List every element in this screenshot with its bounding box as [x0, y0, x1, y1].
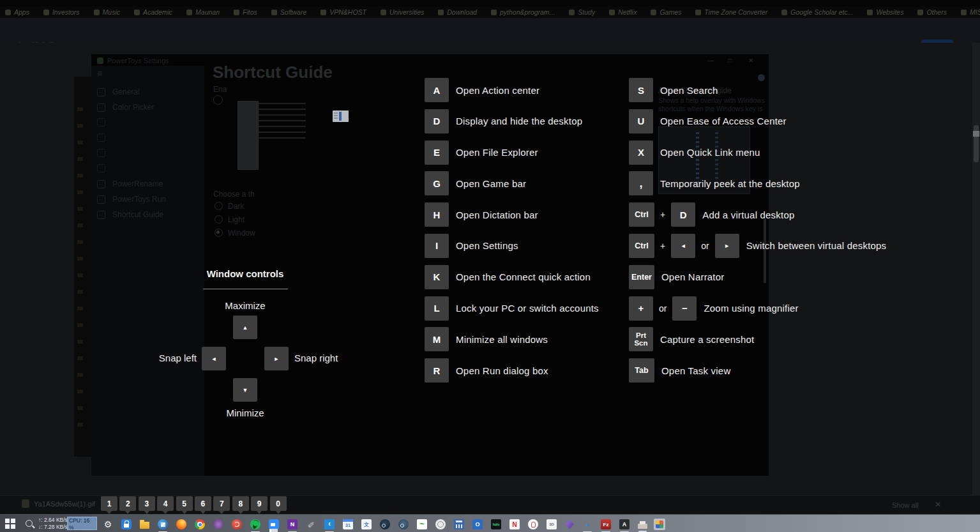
minimize-window-icon[interactable]: —: [707, 57, 714, 64]
emblem-app-icon[interactable]: [435, 519, 446, 529]
hulu-icon[interactable]: [491, 519, 501, 529]
zoom-icon[interactable]: [269, 519, 279, 529]
bookmark-item[interactable]: Others: [917, 8, 947, 16]
acrobat-icon[interactable]: [619, 519, 629, 529]
favicon: [438, 10, 444, 15]
bookmark-item[interactable]: Apps: [5, 8, 29, 16]
spotify-icon[interactable]: [250, 519, 260, 529]
downloaded-file-chip[interactable]: Ya1ASdw55w(1).gif ∨: [22, 499, 109, 508]
down-arrow-key: ▼: [233, 378, 257, 402]
onenote-icon[interactable]: [287, 519, 298, 529]
sidebar-icon[interactable]: [97, 133, 105, 142]
sidebar-icon[interactable]: [97, 164, 105, 172]
show-all-downloads-link[interactable]: Show all: [892, 501, 919, 509]
cpu-mem-monitor[interactable]: CPU: 16 %MEM: 51 %: [67, 517, 97, 530]
bookmark-item[interactable]: Time Zone Converter: [695, 8, 767, 16]
radio-dark[interactable]: [215, 202, 223, 210]
active-app-highlight[interactable]: [654, 519, 665, 530]
network-speed-indicator[interactable]: ↑: 2.64 KB/s↓: 7.28 KB/s: [38, 517, 68, 531]
powerrename-icon: [97, 180, 105, 188]
firefox-icon[interactable]: [176, 519, 186, 529]
netflix-icon[interactable]: [509, 519, 520, 529]
start-button[interactable]: [5, 519, 15, 529]
bookmark-item[interactable]: Music: [94, 8, 120, 16]
sidebar-item-powerrename[interactable]: PowerRename: [97, 179, 163, 188]
bookmark-item[interactable]: VPN&HOST: [320, 8, 366, 16]
microsoft-store-icon[interactable]: [121, 519, 132, 529]
chrome-icon[interactable]: [195, 519, 205, 529]
sidebar-item-color-picker[interactable]: Color Picker: [97, 103, 154, 112]
radio-windows[interactable]: [215, 229, 223, 237]
hamburger-icon[interactable]: ≡: [97, 68, 102, 79]
bookmark-item[interactable]: Universities: [381, 8, 424, 16]
calendar-icon[interactable]: [343, 519, 353, 529]
key-h: H: [425, 202, 449, 227]
shortcut-guide-icon: [97, 211, 105, 219]
shortcut-row: TabOpen Task view: [629, 358, 886, 383]
tor-browser-icon[interactable]: [213, 519, 223, 529]
sidebar-item-powertoys-run[interactable]: PowerToys Run: [97, 195, 166, 204]
sidebar-icon[interactable]: [97, 118, 105, 126]
bookmark-item[interactable]: Fitos: [234, 8, 257, 16]
edge-icon[interactable]: [158, 519, 168, 529]
bookmark-item[interactable]: Netflix: [609, 8, 637, 16]
favicon: [491, 10, 497, 15]
powertoys-icon[interactable]: [656, 521, 663, 528]
sidebar-icon[interactable]: [97, 149, 105, 157]
maximize-window-icon[interactable]: □: [728, 57, 732, 64]
3d-app-icon[interactable]: [547, 519, 557, 529]
translate-icon[interactable]: [361, 519, 372, 529]
steam-icon[interactable]: [380, 519, 390, 529]
bookmark-item[interactable]: Games: [651, 8, 681, 16]
shortcut-row: SOpen Search: [629, 78, 886, 102]
blue-triangle-app-icon[interactable]: [582, 519, 592, 529]
filezilla-icon[interactable]: [601, 519, 611, 529]
radio-light[interactable]: [215, 215, 223, 224]
bookmark-item[interactable]: Investors: [43, 8, 80, 16]
calculator-icon[interactable]: [454, 519, 464, 529]
bookmark-item[interactable]: Academic: [134, 8, 172, 16]
bookmark-item[interactable]: Download: [438, 8, 477, 16]
settings-icon[interactable]: [103, 519, 113, 529]
key-plus: +: [629, 296, 653, 321]
pinned-apps: [103, 519, 663, 530]
bookmark-item[interactable]: MIS: [961, 8, 980, 16]
bookmark-item[interactable]: Google Scholar etc...: [781, 8, 853, 16]
bookmark-item[interactable]: python&program...: [491, 8, 555, 16]
outlook-icon[interactable]: [472, 519, 483, 529]
key-minus: −: [672, 296, 697, 321]
bookmark-item[interactable]: Websites: [867, 8, 903, 16]
key-d: D: [671, 202, 695, 227]
key-k: K: [425, 265, 449, 289]
close-downloads-bar-icon[interactable]: ✕: [935, 500, 941, 509]
shortcut-row: PrtScnCapture a screenshot: [629, 327, 886, 351]
taskbar-number-hints: 1 2 3 4 5 6 7 8 9 0: [101, 496, 289, 511]
shortcut-row: ,Temporarily peek at the desktop: [629, 171, 886, 195]
shortcut-column-middle: AOpen Action center DDisplay and hide th…: [425, 78, 599, 390]
purple-crystal-icon[interactable]: [565, 520, 574, 529]
vscode-icon[interactable]: [324, 519, 335, 529]
red-app-icon[interactable]: [232, 519, 242, 529]
enable-toggle[interactable]: [213, 95, 223, 105]
page-scrollbar[interactable]: [972, 43, 980, 495]
bookmark-item[interactable]: Study: [569, 8, 595, 16]
bookmark-item[interactable]: Maunan: [186, 8, 220, 16]
shortcut-column-right: SOpen Search UOpen Ease of Access Center…: [629, 78, 886, 390]
hint-key-6: 6: [195, 496, 211, 511]
bookmark-item[interactable]: Software: [271, 8, 306, 16]
downloaded-file-name: Ya1ASdw55w(1).gif: [34, 500, 95, 508]
steam-alt-icon[interactable]: [398, 519, 409, 529]
key-a: A: [425, 78, 449, 102]
close-window-icon[interactable]: ✕: [748, 57, 753, 64]
key-u: U: [629, 109, 653, 133]
desmos-icon[interactable]: [417, 519, 427, 529]
printer-app-icon[interactable]: [638, 524, 647, 529]
sidebar-item-general[interactable]: General: [97, 87, 140, 96]
hint-key-1: 1: [101, 496, 117, 511]
minimize-label: Minimize: [207, 407, 283, 418]
search-icon[interactable]: [26, 520, 33, 527]
pen-icon[interactable]: [306, 519, 316, 529]
dental-app-icon[interactable]: [528, 519, 538, 529]
file-explorer-icon[interactable]: [140, 522, 149, 529]
sidebar-item-shortcut-guide[interactable]: Shortcut Guide: [97, 210, 163, 219]
